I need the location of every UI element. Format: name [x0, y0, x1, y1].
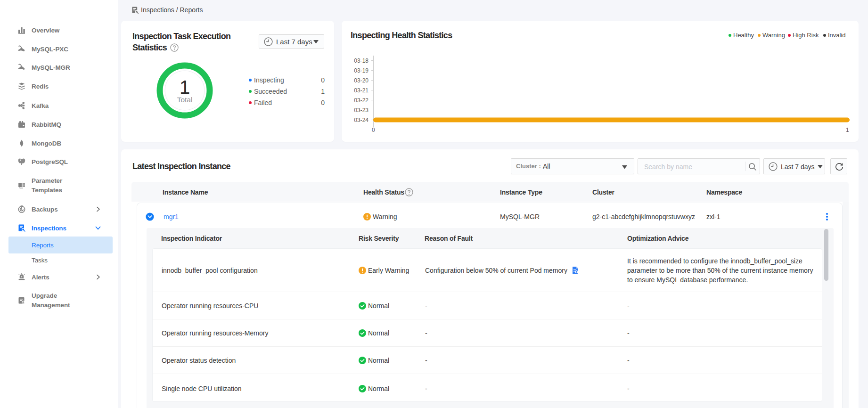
svg-text:1: 1	[846, 127, 849, 133]
svg-text:03-18: 03-18	[354, 57, 368, 64]
svg-text:03-24: 03-24	[354, 117, 368, 123]
svg-text:03-23: 03-23	[354, 107, 368, 114]
svg-text:0: 0	[372, 127, 375, 133]
svg-text:03-22: 03-22	[354, 97, 368, 104]
svg-text:03-19: 03-19	[354, 67, 368, 74]
svg-text:03-21: 03-21	[354, 87, 368, 94]
svg-text:03-20: 03-20	[354, 77, 368, 84]
